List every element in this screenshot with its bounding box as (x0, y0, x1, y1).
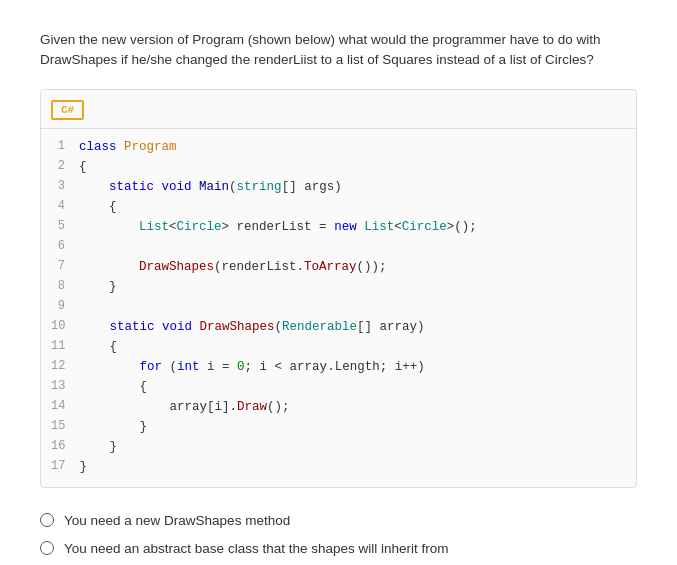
code-line-7: 7 DrawShapes(renderList.ToArray()); (51, 257, 626, 277)
code-text: array[i].Draw(); (79, 397, 289, 417)
code-line-14: 14 array[i].Draw(); (51, 397, 626, 417)
language-tab: C# (51, 100, 84, 120)
code-line-5: 5 List<Circle> renderList = new List<Cir… (51, 217, 626, 237)
code-text: { (79, 197, 117, 217)
radio-2[interactable] (40, 541, 54, 555)
code-line-4: 4 { (51, 197, 626, 217)
code-body: 1 class Program 2 { 3 static void Main(s… (41, 137, 636, 477)
line-num: 16 (51, 437, 79, 457)
code-text: class Program (79, 137, 177, 157)
code-line-16: 16 } (51, 437, 626, 457)
code-tab-bar: C# (41, 100, 636, 129)
line-num: 8 (51, 277, 79, 297)
line-num: 5 (51, 217, 79, 237)
code-line-3: 3 static void Main(string[] args) (51, 177, 626, 197)
code-text: List<Circle> renderList = new List<Circl… (79, 217, 477, 237)
line-num: 7 (51, 257, 79, 277)
code-text: } (79, 437, 117, 457)
code-text: DrawShapes(renderList.ToArray()); (79, 257, 387, 277)
code-line-8: 8 } (51, 277, 626, 297)
code-text: static void DrawShapes(Renderable[] arra… (79, 317, 424, 337)
line-num: 1 (51, 137, 79, 157)
code-line-10: 10 static void DrawShapes(Renderable[] a… (51, 317, 626, 337)
line-num: 6 (51, 237, 79, 257)
code-line-17: 17 } (51, 457, 626, 477)
code-line-15: 15 } (51, 417, 626, 437)
line-num: 4 (51, 197, 79, 217)
line-num: 14 (51, 397, 79, 417)
code-text: { (79, 377, 147, 397)
code-text (79, 297, 87, 317)
line-num: 17 (51, 457, 79, 477)
code-text: for (int i = 0; i < array.Length; i++) (79, 357, 424, 377)
line-num: 15 (51, 417, 79, 437)
code-text: } (79, 277, 117, 297)
code-line-9: 9 (51, 297, 626, 317)
code-line-11: 11 { (51, 337, 626, 357)
code-text: { (79, 157, 87, 177)
line-num: 9 (51, 297, 79, 317)
line-num: 13 (51, 377, 79, 397)
option-2-label: You need an abstract base class that the… (64, 540, 448, 559)
radio-1[interactable] (40, 513, 54, 527)
line-num: 2 (51, 157, 79, 177)
code-text: } (79, 417, 147, 437)
code-line-13: 13 { (51, 377, 626, 397)
code-text (79, 237, 87, 257)
code-line-1: 1 class Program (51, 137, 626, 157)
code-text: { (79, 337, 117, 357)
line-num: 12 (51, 357, 79, 377)
code-line-6: 6 (51, 237, 626, 257)
code-line-12: 12 for (int i = 0; i < array.Length; i++… (51, 357, 626, 377)
question-text: Given the new version of Program (shown … (40, 30, 637, 71)
code-text: } (79, 457, 87, 477)
code-line-2: 2 { (51, 157, 626, 177)
code-block: C# 1 class Program 2 { 3 static void Mai… (40, 89, 637, 488)
line-num: 11 (51, 337, 79, 357)
option-1-label: You need a new DrawShapes method (64, 512, 290, 531)
line-num: 3 (51, 177, 79, 197)
options-section: You need a new DrawShapes method You nee… (40, 512, 637, 566)
option-1[interactable]: You need a new DrawShapes method (40, 512, 637, 531)
option-2[interactable]: You need an abstract base class that the… (40, 540, 637, 559)
line-num: 10 (51, 317, 79, 337)
code-text: static void Main(string[] args) (79, 177, 342, 197)
